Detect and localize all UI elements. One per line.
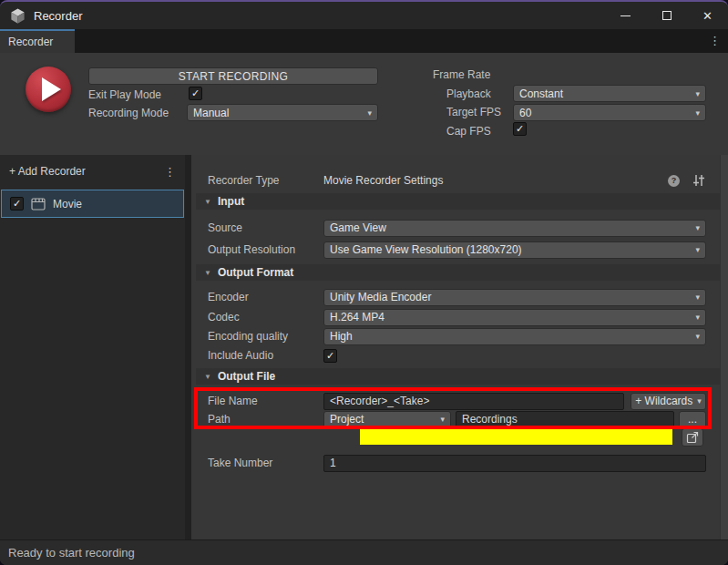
add-recorder-button[interactable]: + Add Recorder xyxy=(9,165,86,178)
encoding-quality-dropdown[interactable]: High ▾ xyxy=(323,328,706,345)
preset-sliders-icon[interactable] xyxy=(692,174,706,187)
playback-dropdown[interactable]: Constant ▾ xyxy=(513,85,706,102)
encoder-row: Encoder Unity Media Encoder ▾ xyxy=(191,288,706,306)
take-number-row: Take Number xyxy=(191,454,706,472)
recorder-list-sidebar: + Add Recorder ⋮ ✓ Movie xyxy=(0,155,191,539)
source-row: Source Game View ▾ xyxy=(191,219,706,237)
source-label: Source xyxy=(208,221,323,234)
chevron-down-icon: ▾ xyxy=(692,313,700,322)
encoder-dropdown[interactable]: Unity Media Encoder ▾ xyxy=(323,289,706,306)
file-name-input[interactable] xyxy=(323,393,624,410)
statusbar: Ready to start recording xyxy=(0,539,728,565)
movie-enabled-checkbox[interactable]: ✓ xyxy=(10,197,24,211)
output-resolution-dropdown[interactable]: Use Game View Resolution (1280x720) ▾ xyxy=(323,241,706,259)
close-icon: ✕ xyxy=(702,10,713,22)
play-icon xyxy=(42,77,61,101)
recording-mode-dropdown[interactable]: Manual ▾ xyxy=(187,104,378,121)
path-input[interactable] xyxy=(456,411,674,428)
path-root-dropdown[interactable]: Project ▾ xyxy=(323,411,451,428)
recorder-list-kebab-icon[interactable]: ⋮ xyxy=(164,165,176,179)
record-play-button[interactable] xyxy=(26,67,71,112)
close-button[interactable]: ✕ xyxy=(687,2,728,29)
recorder-item-label: Movie xyxy=(53,198,82,211)
output-path-preview-row xyxy=(191,428,703,447)
status-message: Ready to start recording xyxy=(8,546,135,560)
take-number-label: Take Number xyxy=(208,457,323,469)
target-fps-label: Target FPS xyxy=(446,106,501,118)
chevron-down-icon: ▾ xyxy=(692,108,700,118)
take-number-input[interactable] xyxy=(323,455,706,472)
cap-fps-checkbox[interactable]: ✓ xyxy=(513,122,527,136)
minimize-icon xyxy=(620,15,631,16)
maximize-icon xyxy=(662,11,672,20)
tabbar: Recorder ⋮ xyxy=(0,29,728,53)
exit-play-mode-checkbox[interactable]: ✓ xyxy=(189,87,202,100)
exit-play-mode-label: Exit Play Mode xyxy=(88,88,161,101)
playback-label: Playback xyxy=(446,87,491,100)
tab-label: Recorder xyxy=(8,36,53,48)
recorder-type-row: Recorder Type Movie Recorder Settings ? xyxy=(191,171,706,190)
help-icon[interactable]: ? xyxy=(668,175,680,187)
maximize-button[interactable] xyxy=(646,2,687,29)
check-icon: ✓ xyxy=(516,123,524,135)
recorder-window: Recorder ✕ Recorder ⋮ START RECORDING Ex… xyxy=(0,0,728,565)
titlebar: Recorder ✕ xyxy=(0,2,728,29)
target-fps-dropdown[interactable]: 60 ▾ xyxy=(513,104,706,121)
recorder-list-item-movie[interactable]: ✓ Movie xyxy=(1,190,184,218)
start-recording-button[interactable]: START RECORDING xyxy=(88,67,378,85)
tab-menu-kebab-icon[interactable]: ⋮ xyxy=(709,34,721,47)
check-icon: ✓ xyxy=(191,87,200,99)
cap-fps-label: Cap FPS xyxy=(446,125,491,138)
chevron-down-icon: ▾ xyxy=(692,293,700,302)
body: + Add Recorder ⋮ ✓ Movie Recorder T xyxy=(0,155,728,539)
window-title: Recorder xyxy=(34,9,82,23)
toolbar: START RECORDING Exit Play Mode ✓ Recordi… xyxy=(0,53,728,155)
section-header-output-format[interactable]: ▼ Output Format xyxy=(196,264,720,281)
source-dropdown[interactable]: Game View ▾ xyxy=(323,220,706,237)
window-controls: ✕ xyxy=(605,2,728,29)
encoding-quality-row: Encoding quality High ▾ xyxy=(191,327,706,345)
codec-label: Codec xyxy=(208,311,323,324)
recorder-type-value: Movie Recorder Settings xyxy=(323,174,663,187)
foldout-triangle-icon: ▼ xyxy=(204,269,211,277)
open-external-icon xyxy=(686,431,699,444)
movie-clip-icon xyxy=(31,198,46,211)
open-output-location-button[interactable] xyxy=(682,428,703,447)
codec-dropdown[interactable]: H.264 MP4 ▾ xyxy=(323,309,706,326)
encoding-quality-label: Encoding quality xyxy=(208,330,323,343)
section-header-output-file[interactable]: ▼ Output File xyxy=(196,368,720,385)
foldout-triangle-icon: ▼ xyxy=(204,373,211,381)
include-audio-row: Include Audio ✓ xyxy=(191,346,706,365)
check-icon: ✓ xyxy=(326,350,334,362)
vertical-scrollbar[interactable] xyxy=(720,155,728,539)
chevron-down-icon: ▾ xyxy=(436,415,445,424)
file-name-row: File Name + Wildcards ▾ xyxy=(191,392,706,410)
include-audio-label: Include Audio xyxy=(208,349,323,362)
path-row: Path Project ▾ ... xyxy=(191,410,706,428)
browse-button[interactable]: ... xyxy=(679,411,706,428)
output-resolution-label: Output Resolution xyxy=(208,243,323,256)
check-icon: ✓ xyxy=(13,198,21,210)
path-label: Path xyxy=(208,413,323,426)
recorder-type-label: Recorder Type xyxy=(208,174,323,187)
unity-logo-icon xyxy=(9,7,26,25)
output-resolution-row: Output Resolution Use Game View Resoluti… xyxy=(191,241,706,259)
frame-rate-title: Frame Rate xyxy=(433,68,490,81)
minimize-button[interactable] xyxy=(605,2,646,29)
chevron-down-icon: ▾ xyxy=(692,245,700,254)
tab-recorder[interactable]: Recorder xyxy=(0,29,75,53)
encoder-label: Encoder xyxy=(208,291,323,303)
foldout-triangle-icon: ▼ xyxy=(204,198,211,206)
chevron-down-icon: ▾ xyxy=(692,223,700,232)
section-header-input[interactable]: ▼ Input xyxy=(196,193,720,210)
chevron-down-icon: ▾ xyxy=(692,89,700,98)
recording-mode-label: Recording Mode xyxy=(88,107,169,119)
chevron-down-icon: ▾ xyxy=(692,332,700,341)
include-audio-checkbox[interactable]: ✓ xyxy=(323,349,337,363)
recorder-settings-panel: Recorder Type Movie Recorder Settings ? … xyxy=(191,155,728,539)
file-name-label: File Name xyxy=(208,395,323,407)
chevron-down-icon: ▾ xyxy=(697,396,702,406)
chevron-down-icon: ▾ xyxy=(364,108,372,118)
wildcards-button[interactable]: + Wildcards ▾ xyxy=(631,393,706,410)
codec-row: Codec H.264 MP4 ▾ xyxy=(191,308,706,326)
